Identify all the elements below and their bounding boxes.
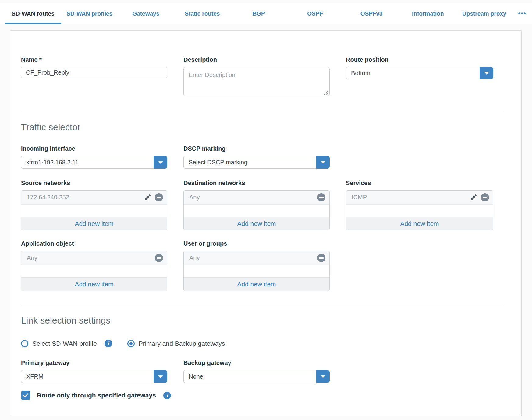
list-item[interactable]: Any (21, 251, 167, 265)
destination-networks-label: Destination networks (183, 180, 330, 187)
tab-information[interactable]: Information (400, 3, 456, 24)
application-object-group: Application object Any Add new item (21, 240, 167, 291)
route-position-select[interactable]: Bottom (346, 67, 493, 79)
listbox-empty-area (346, 205, 493, 217)
description-label: Description (183, 56, 330, 63)
tab-upstream-proxy[interactable]: Upstream proxy (456, 3, 512, 24)
radio-primary-backup-gateways[interactable]: Primary and Backup gateways (127, 340, 225, 347)
tab-bgp[interactable]: BGP (230, 3, 287, 24)
tab-bar: SD-WAN routes SD-WAN profiles Gateways S… (0, 3, 532, 24)
primary-gateway-group: Primary gateway XFRM (21, 359, 167, 383)
tab-sdwan-profiles[interactable]: SD-WAN profiles (61, 3, 118, 24)
add-new-item-button[interactable]: Add new item (21, 217, 167, 230)
sdwan-route-form: Name * Description Route position Bottom… (10, 30, 522, 416)
list-item[interactable]: 172.64.240.252 (21, 191, 167, 205)
primary-gateway-select[interactable]: XFRM (21, 370, 167, 383)
source-networks-box: 172.64.240.252 Add new item (21, 190, 167, 230)
tab-ospf[interactable]: OSPF (287, 3, 343, 24)
radio-selected-icon[interactable] (127, 340, 135, 347)
incoming-interface-select[interactable]: xfrm1-192.168.2.11 (21, 156, 167, 169)
destination-networks-group: Destination networks Any Add new item (183, 180, 330, 230)
edit-icon[interactable] (144, 194, 151, 201)
backup-gateway-value: None (183, 370, 316, 383)
application-object-label: Application object (21, 240, 167, 247)
incoming-interface-label: Incoming interface (21, 145, 167, 152)
listbox-empty-area (184, 205, 329, 217)
user-or-groups-group: User or groups Any Add new item (183, 240, 330, 291)
backup-gateway-group: Backup gateway None (183, 359, 330, 383)
dscp-marking-value: Select DSCP marking (183, 156, 316, 169)
chevron-down-icon[interactable] (480, 67, 493, 79)
dscp-marking-group: DSCP marking Select DSCP marking (183, 145, 330, 169)
radio-select-sdwan-profile[interactable]: Select SD-WAN profile i (21, 340, 112, 347)
list-item-text: ICMP (352, 194, 470, 201)
list-item-text: Any (189, 254, 317, 261)
remove-icon[interactable] (317, 193, 325, 201)
add-new-item-label: Add new item (237, 281, 276, 288)
add-new-item-button[interactable]: Add new item (346, 217, 493, 230)
name-input[interactable] (21, 67, 167, 78)
tab-sdwan-routes[interactable]: SD-WAN routes (5, 3, 61, 24)
incoming-interface-value: xfrm1-192.168.2.11 (21, 156, 154, 169)
remove-icon[interactable] (155, 254, 163, 262)
edit-icon[interactable] (470, 194, 477, 201)
name-field-group: Name * (21, 56, 167, 98)
tab-static-routes[interactable]: Static routes (174, 3, 230, 24)
route-position-value: Bottom (346, 67, 480, 79)
remove-icon[interactable] (155, 193, 163, 201)
tab-ospfv3[interactable]: OSPFv3 (343, 3, 400, 24)
list-item[interactable]: ICMP (346, 191, 493, 205)
add-new-item-button[interactable]: Add new item (21, 277, 167, 291)
add-new-item-button[interactable]: Add new item (184, 277, 329, 291)
checkmark-icon (23, 393, 28, 397)
source-networks-group: Source networks 172.64.240.252 Add new i… (21, 180, 167, 230)
services-group: Services ICMP Add new item (346, 180, 493, 230)
name-label: Name * (21, 56, 167, 63)
info-icon[interactable]: i (105, 340, 112, 347)
listbox-empty-area (21, 265, 167, 277)
primary-gateway-label: Primary gateway (21, 359, 167, 366)
source-networks-label: Source networks (21, 180, 167, 187)
list-item[interactable]: Any (184, 251, 329, 265)
listbox-empty-area (184, 265, 329, 277)
application-object-box: Any Add new item (21, 251, 167, 291)
add-new-item-label: Add new item (75, 281, 113, 288)
chevron-down-icon[interactable] (154, 156, 167, 169)
services-label: Services (346, 180, 493, 187)
description-field-group: Description (183, 56, 330, 98)
radio-unselected-icon[interactable] (21, 340, 28, 347)
dscp-marking-select[interactable]: Select DSCP marking (183, 156, 330, 169)
list-item-text: Any (27, 254, 155, 261)
add-new-item-label: Add new item (237, 220, 276, 227)
remove-icon[interactable] (317, 254, 325, 262)
route-position-group: Route position Bottom (346, 56, 493, 98)
link-selection-heading: Link selection settings (21, 315, 504, 326)
more-tabs-icon[interactable]: ••• (512, 3, 532, 24)
chevron-down-icon[interactable] (316, 370, 330, 383)
list-item-text: Any (189, 194, 317, 201)
user-or-groups-label: User or groups (183, 240, 330, 247)
chevron-down-icon[interactable] (316, 156, 330, 169)
add-new-item-button[interactable]: Add new item (184, 217, 329, 230)
section-divider (21, 112, 504, 112)
add-new-item-label: Add new item (400, 220, 439, 227)
section-divider (21, 305, 504, 305)
incoming-interface-group: Incoming interface xfrm1-192.168.2.11 (21, 145, 167, 169)
route-only-checkbox[interactable] (21, 391, 30, 400)
remove-icon[interactable] (481, 193, 489, 201)
chevron-down-icon[interactable] (154, 370, 167, 383)
traffic-selector-heading: Traffic selector (21, 122, 504, 132)
tab-gateways[interactable]: Gateways (118, 3, 174, 24)
destination-networks-box: Any Add new item (183, 190, 330, 230)
route-position-label: Route position (346, 56, 493, 63)
list-item[interactable]: Any (184, 191, 329, 205)
radio-label: Primary and Backup gateways (139, 340, 225, 347)
route-only-label: Route only through specified gateways (37, 392, 156, 399)
description-input[interactable] (183, 67, 330, 96)
backup-gateway-label: Backup gateway (183, 359, 330, 366)
services-box: ICMP Add new item (346, 190, 493, 230)
user-or-groups-box: Any Add new item (183, 251, 330, 291)
list-item-text: 172.64.240.252 (27, 194, 144, 201)
info-icon[interactable]: i (163, 392, 171, 399)
backup-gateway-select[interactable]: None (183, 370, 330, 383)
